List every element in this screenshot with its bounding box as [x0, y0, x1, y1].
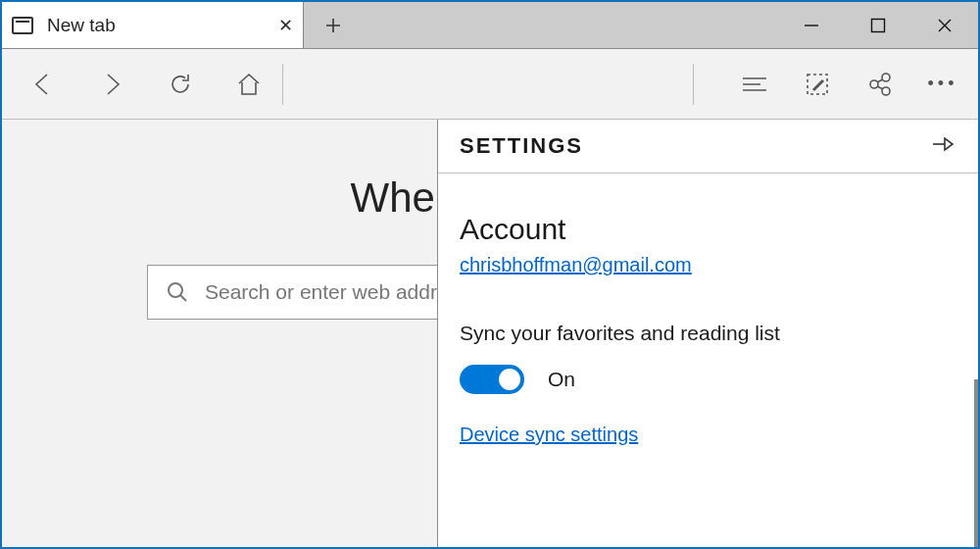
- more-button[interactable]: •••: [925, 67, 960, 102]
- sync-label: Sync your favorites and reading list: [460, 322, 956, 345]
- newtab-favicon: [12, 17, 33, 34]
- separator: [693, 64, 694, 105]
- sync-toggle-state: On: [548, 368, 575, 391]
- home-button[interactable]: [231, 67, 267, 102]
- search-icon: [166, 280, 189, 304]
- close-window-button[interactable]: [911, 2, 978, 49]
- window-controls: [778, 2, 978, 48]
- refresh-button[interactable]: [163, 67, 198, 102]
- svg-point-4: [882, 87, 890, 95]
- settings-title: SETTINGS: [460, 133, 583, 159]
- back-button[interactable]: [25, 67, 61, 102]
- device-sync-link[interactable]: Device sync settings: [460, 424, 638, 446]
- toggle-knob: [499, 369, 520, 390]
- more-icon: •••: [928, 74, 958, 94]
- hub-button[interactable]: [737, 67, 772, 102]
- web-notes-button[interactable]: [800, 67, 835, 102]
- toolbar: •••: [2, 49, 978, 120]
- account-section-title: Account: [460, 213, 956, 246]
- separator: [282, 64, 283, 105]
- close-tab-button[interactable]: ✕: [278, 15, 293, 36]
- settings-body: Account chrisbhoffman@gmail.com Sync you…: [438, 174, 978, 547]
- settings-panel: SETTINGS Account chrisbhoffman@gmail.com…: [437, 120, 978, 547]
- svg-point-2: [870, 80, 878, 88]
- forward-button[interactable]: [94, 67, 129, 102]
- new-tab-button[interactable]: [304, 2, 363, 48]
- tab-strip: New tab ✕: [2, 2, 978, 49]
- scrollbar[interactable]: [974, 379, 978, 549]
- sync-toggle-row: On: [460, 365, 956, 394]
- browser-tab[interactable]: New tab ✕: [2, 2, 304, 48]
- share-button[interactable]: [862, 67, 898, 102]
- svg-point-3: [882, 74, 890, 81]
- pin-button[interactable]: [931, 134, 956, 158]
- svg-rect-0: [872, 20, 885, 32]
- minimize-button[interactable]: [778, 2, 845, 49]
- content-area: Where to next? Search or enter web addre…: [2, 120, 978, 547]
- tab-title: New tab: [47, 15, 116, 36]
- toolbar-right: •••: [677, 64, 968, 105]
- sync-toggle[interactable]: [460, 365, 524, 394]
- search-placeholder: Search or enter web address: [205, 280, 469, 304]
- settings-header: SETTINGS: [438, 120, 978, 174]
- account-email-link[interactable]: chrisbhoffman@gmail.com: [460, 254, 692, 275]
- nav-group: [12, 67, 267, 102]
- maximize-button[interactable]: [845, 2, 911, 49]
- svg-point-5: [169, 283, 182, 297]
